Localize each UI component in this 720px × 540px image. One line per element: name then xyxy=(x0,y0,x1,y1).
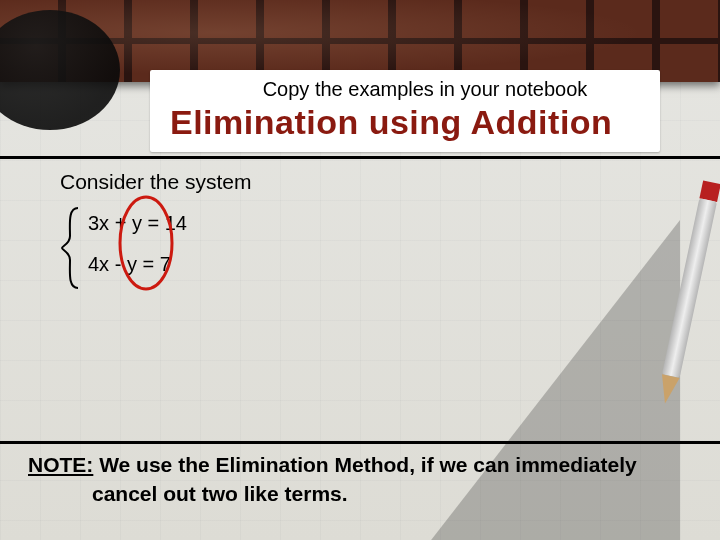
slide-body: Consider the system 3x + y = 14 4x - y =… xyxy=(60,170,660,294)
note-label: NOTE: xyxy=(28,453,93,476)
note-line1: We use the Elimination Method, if we can… xyxy=(93,453,636,476)
divider-top xyxy=(0,156,720,159)
equation-system: 3x + y = 14 4x - y = 7 xyxy=(60,212,660,276)
equation-1: 3x + y = 14 xyxy=(88,212,660,235)
equation-2: 4x - y = 7 xyxy=(88,253,660,276)
red-ellipse-annotation xyxy=(114,192,178,294)
header-title: Elimination using Addition xyxy=(170,103,640,142)
footer-note: NOTE: We use the Elimination Method, if … xyxy=(28,451,680,508)
consider-text: Consider the system xyxy=(60,170,660,194)
header-subtitle: Copy the examples in your notebook xyxy=(170,78,640,101)
curly-brace-icon xyxy=(60,206,82,290)
note-line2: cancel out two like terms. xyxy=(28,480,348,508)
divider-bottom xyxy=(0,441,720,444)
header-card: Copy the examples in your notebook Elimi… xyxy=(150,70,660,152)
